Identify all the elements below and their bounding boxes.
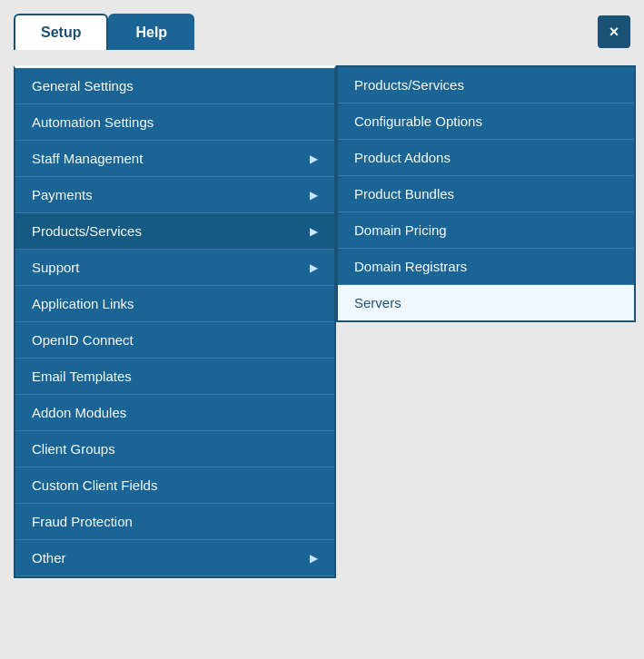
menu-item-client-groups[interactable]: Client Groups xyxy=(15,431,334,467)
sub-menu-item-servers[interactable]: Servers xyxy=(338,285,634,320)
setup-tab[interactable]: Setup xyxy=(14,14,108,50)
sub-menu-item-configurable-options[interactable]: Configurable Options xyxy=(338,103,634,140)
arrow-icon-payments: ▶ xyxy=(310,189,318,202)
menu-label-addon-modules: Addon Modules xyxy=(32,405,126,420)
sub-menu-item-products-services-sub[interactable]: Products/Services xyxy=(338,67,634,103)
sub-menu: Products/ServicesConfigurable OptionsPro… xyxy=(336,65,636,322)
sub-menu-item-product-addons[interactable]: Product Addons xyxy=(338,140,634,176)
menu-label-support: Support xyxy=(32,260,80,275)
menu-item-email-templates[interactable]: Email Templates xyxy=(15,359,334,395)
close-button[interactable]: × xyxy=(598,15,630,48)
menu-label-client-groups: Client Groups xyxy=(32,441,115,457)
arrow-icon-other: ▶ xyxy=(310,552,318,565)
menu-label-payments: Payments xyxy=(32,187,93,202)
menu-item-payments[interactable]: Payments▶ xyxy=(15,177,334,213)
menu-item-general-settings[interactable]: General Settings xyxy=(15,68,334,104)
menu-item-application-links[interactable]: Application Links xyxy=(15,286,334,322)
menu-label-other: Other xyxy=(32,550,66,566)
menu-item-custom-client-fields[interactable]: Custom Client Fields xyxy=(15,467,334,504)
menu-item-openid-connect[interactable]: OpenID Connect xyxy=(15,322,334,359)
arrow-icon-products-services: ▶ xyxy=(310,225,318,238)
menu-label-general-settings: General Settings xyxy=(32,78,134,93)
menu-label-staff-management: Staff Management xyxy=(32,151,143,166)
sub-menu-item-product-bundles[interactable]: Product Bundles xyxy=(338,176,634,212)
menu-item-staff-management[interactable]: Staff Management▶ xyxy=(15,141,334,177)
menu-label-fraud-protection: Fraud Protection xyxy=(32,514,133,529)
menu-label-application-links: Application Links xyxy=(32,296,134,311)
arrow-icon-support: ▶ xyxy=(310,261,318,274)
menu-item-automation-settings[interactable]: Automation Settings xyxy=(15,104,334,141)
sub-menu-item-domain-pricing[interactable]: Domain Pricing xyxy=(338,212,634,249)
menu-label-automation-settings: Automation Settings xyxy=(32,114,154,130)
help-tab[interactable]: Help xyxy=(108,14,194,50)
menu-label-email-templates: Email Templates xyxy=(32,369,132,384)
menu-item-products-services[interactable]: Products/Services▶ xyxy=(15,213,334,250)
menu-item-support[interactable]: Support▶ xyxy=(15,250,334,286)
menu-item-other[interactable]: Other▶ xyxy=(15,540,334,576)
sub-menu-item-domain-registrars[interactable]: Domain Registrars xyxy=(338,249,634,285)
main-menu: General SettingsAutomation SettingsStaff… xyxy=(14,65,336,578)
top-navigation: Setup Help × xyxy=(14,14,630,50)
menu-label-custom-client-fields: Custom Client Fields xyxy=(32,477,157,493)
menu-label-products-services: Products/Services xyxy=(32,223,142,239)
menu-item-fraud-protection[interactable]: Fraud Protection xyxy=(15,504,334,540)
menu-item-addon-modules[interactable]: Addon Modules xyxy=(15,395,334,431)
dropdown-menu: General SettingsAutomation SettingsStaff… xyxy=(14,65,636,578)
arrow-icon-staff-management: ▶ xyxy=(310,152,318,165)
menu-label-openid-connect: OpenID Connect xyxy=(32,332,134,348)
